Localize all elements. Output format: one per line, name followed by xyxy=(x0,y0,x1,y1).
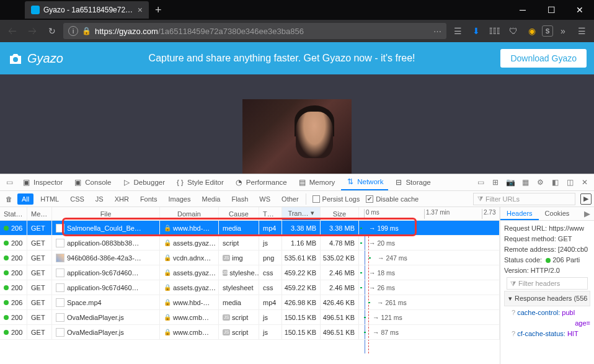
lock-icon: 🔒 xyxy=(82,27,91,35)
filter-html[interactable]: HTML xyxy=(36,193,63,205)
tab-console[interactable]: ▣Console xyxy=(69,174,116,190)
header-transferred[interactable]: Tran…▾ xyxy=(282,207,321,220)
maximize-button[interactable]: ☐ xyxy=(537,0,565,20)
banner-text: Capture and share anything faster. Get G… xyxy=(63,53,501,64)
table-row[interactable]: 200GET946b086d-386e-42a3-…🔒vcdn.adnx…JSi… xyxy=(0,251,500,265)
table-row[interactable]: 200GETapplication-0883bb38…🔒assets.gyaz…… xyxy=(0,236,500,251)
s-extension-icon[interactable]: S xyxy=(542,25,553,37)
lock-icon: 🔒 xyxy=(164,224,171,231)
memory-icon: ▤ xyxy=(298,179,306,187)
filter-all[interactable]: All xyxy=(17,193,33,205)
lock-icon: 🔒 xyxy=(164,299,171,306)
table-row[interactable]: 200GETapplication-9c67d460…🔒assets.gyaz…… xyxy=(0,280,500,295)
persist-logs-checkbox[interactable]: Persist Logs xyxy=(313,195,360,203)
menu-icon[interactable]: ☰ xyxy=(573,22,590,40)
file-icon xyxy=(56,313,64,322)
file-icon xyxy=(56,298,64,307)
filter-ws[interactable]: WS xyxy=(255,193,275,205)
header-type[interactable]: T… xyxy=(259,207,282,220)
table-row[interactable]: 206GETSpace.mp4🔒www.hbd-…mediamp4426.98 … xyxy=(0,295,500,310)
rulers-icon[interactable]: ▦ xyxy=(518,175,532,189)
page-content xyxy=(0,74,594,174)
download-button[interactable]: Download Gyazo xyxy=(500,49,587,68)
tab-inspector[interactable]: ▣Inspector xyxy=(17,174,68,190)
status-dot-icon xyxy=(4,315,9,320)
status-dot-icon xyxy=(4,300,9,305)
paintflash-icon[interactable]: ⊞ xyxy=(489,175,502,189)
performance-icon: ◔ xyxy=(235,179,243,187)
network-main: Stat… Me… File Domain Cause T… Tran…▾ Si… xyxy=(0,207,594,364)
tab-debugger[interactable]: ▷Debugger xyxy=(118,174,171,190)
devtools-close-icon[interactable]: ✕ xyxy=(578,175,592,189)
settings-icon[interactable]: ⚙ xyxy=(533,175,547,189)
chrome-icon[interactable]: ◉ xyxy=(523,22,541,40)
header-size[interactable]: Size xyxy=(321,207,359,220)
tab-cookies[interactable]: Cookies xyxy=(539,207,576,220)
url-text: https://gyazo.com/1a65118459e72a7380e346… xyxy=(95,27,433,36)
video-thumbnail[interactable] xyxy=(242,99,352,174)
gyazo-favicon xyxy=(31,6,40,14)
lock-icon: 🔒 xyxy=(164,314,171,321)
gyazo-logo[interactable]: Gyazo xyxy=(7,51,63,66)
table-body: 206GETSalmonella_Could_Be…🔒www.hbd-…medi… xyxy=(0,221,500,364)
window-controls: ─ ☐ ✕ xyxy=(508,0,594,20)
js-badge-icon: JS xyxy=(223,329,230,335)
site-info-icon[interactable]: i xyxy=(68,26,78,36)
disable-cache-checkbox[interactable]: ✔Disable cache xyxy=(366,195,419,203)
dock-separate-icon[interactable]: ◫ xyxy=(563,175,577,189)
filter-headers-input[interactable]: ⧩Filter headers xyxy=(507,277,588,290)
filter-media[interactable]: Media xyxy=(197,193,224,205)
filter-xhr[interactable]: XHR xyxy=(110,193,133,205)
iframe-picker-icon[interactable]: ▭ xyxy=(2,175,16,189)
forward-button[interactable]: 🡢 xyxy=(24,22,41,40)
header-cause[interactable]: Cause xyxy=(219,207,259,220)
tab-performance[interactable]: ◔Performance xyxy=(230,174,292,190)
filter-other[interactable]: Other xyxy=(277,193,303,205)
filter-fonts[interactable]: Fonts xyxy=(136,193,162,205)
table-header: Stat… Me… File Domain Cause T… Tran…▾ Si… xyxy=(0,207,500,221)
header-domain[interactable]: Domain xyxy=(160,207,219,220)
library-icon[interactable]: 𝕀𝕀𝕀 xyxy=(486,22,503,40)
screenshot-icon[interactable]: 📷 xyxy=(503,175,517,189)
dock-side-icon[interactable]: ◧ xyxy=(548,175,562,189)
header-waterfall[interactable]: 0 ms 1.37 min 2.73 xyxy=(359,207,500,220)
table-row[interactable]: 200GETapplication-9c67d460…🔒assets.gyaz…… xyxy=(0,265,500,280)
header-file[interactable]: File xyxy=(52,207,160,220)
url-bar[interactable]: i 🔒 https://gyazo.com/1a65118459e72a7380… xyxy=(63,23,446,39)
tab-style-editor[interactable]: { }Style Editor xyxy=(171,174,229,190)
headers-content: Request URL: https://www Request method:… xyxy=(500,221,594,364)
tab-storage[interactable]: ⊟Storage xyxy=(389,174,435,190)
debugger-icon: ▷ xyxy=(123,179,131,187)
close-window-button[interactable]: ✕ xyxy=(565,0,594,20)
ublock-icon[interactable]: 🛡 xyxy=(505,22,522,40)
table-row[interactable]: 206GETSalmonella_Could_Be…🔒www.hbd-…medi… xyxy=(0,221,500,236)
filter-js[interactable]: JS xyxy=(91,193,108,205)
browser-tab[interactable]: Gyazo - 1a65118459e72a7380e3 × xyxy=(25,1,149,19)
reload-button[interactable]: ↻ xyxy=(43,22,61,40)
funnel-icon: ⧩ xyxy=(510,278,516,289)
back-button[interactable]: 🡠 xyxy=(4,22,21,40)
details-close-icon[interactable]: ▶ xyxy=(580,207,594,220)
overflow-icon[interactable]: » xyxy=(554,22,572,40)
more-icon[interactable]: ⋯ xyxy=(433,27,441,36)
filter-css[interactable]: CSS xyxy=(66,193,89,205)
tab-memory[interactable]: ▤Memory xyxy=(293,174,340,190)
har-button[interactable]: ▶ xyxy=(580,193,592,205)
filter-urls-input[interactable]: ⧩Filter URLs xyxy=(473,193,575,205)
tab-close-icon[interactable]: × xyxy=(138,5,143,15)
response-headers-toggle[interactable]: ▾Response headers (556 xyxy=(504,291,590,306)
minimize-button[interactable]: ─ xyxy=(508,0,537,20)
tab-network[interactable]: ⇅Network xyxy=(341,174,388,190)
new-tab-button[interactable]: + xyxy=(155,4,162,17)
downloads-icon[interactable]: ⬇ xyxy=(468,22,485,40)
clear-icon[interactable]: 🗑 xyxy=(2,193,15,205)
table-row[interactable]: 200GETOvaMediaPlayer.js🔒www.cmb…JSscript… xyxy=(0,325,500,340)
filter-images[interactable]: Images xyxy=(164,193,195,205)
filter-flash[interactable]: Flash xyxy=(227,193,252,205)
reader-mode-icon[interactable]: ☰ xyxy=(449,22,466,40)
table-row[interactable]: 200GETOvaMediaPlayer.js🔒www.cmb…JSscript… xyxy=(0,310,500,325)
header-method[interactable]: Me… xyxy=(27,207,52,220)
header-status[interactable]: Stat… xyxy=(0,207,27,220)
responsive-design-icon[interactable]: ▭ xyxy=(474,175,487,189)
tab-headers[interactable]: Headers xyxy=(500,207,539,220)
